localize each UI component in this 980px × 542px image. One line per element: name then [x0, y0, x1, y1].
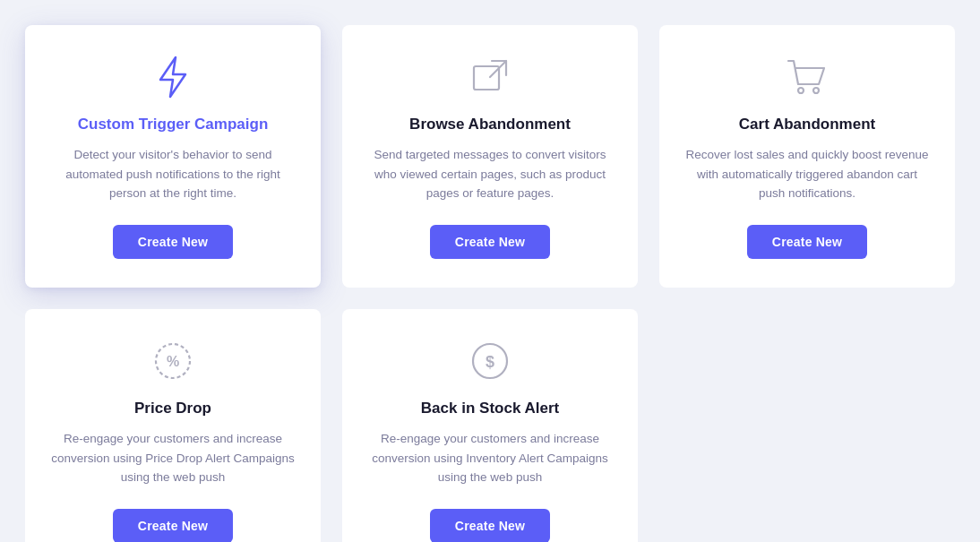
create-new-button[interactable]: Create New — [747, 225, 867, 259]
svg-rect-0 — [474, 66, 499, 90]
card-title: Custom Trigger Campaign — [78, 115, 269, 134]
card-title: Cart Abandonment — [739, 115, 875, 134]
card-title: Back in Stock Alert — [421, 399, 559, 418]
svg-text:$: $ — [486, 353, 494, 371]
card-browse-abandonment: Browse AbandonmentSend targeted messages… — [342, 25, 638, 288]
cart-icon — [787, 54, 828, 100]
svg-point-1 — [798, 88, 804, 93]
create-new-button[interactable]: Create New — [430, 509, 550, 542]
create-new-button[interactable]: Create New — [113, 509, 233, 542]
percent-icon: % — [153, 338, 193, 384]
create-new-button[interactable]: Create New — [430, 225, 550, 259]
card-custom-trigger: Custom Trigger CampaignDetect your visit… — [25, 25, 321, 288]
lightning-icon — [157, 54, 189, 100]
card-title: Price Drop — [134, 399, 211, 418]
svg-text:%: % — [167, 354, 179, 369]
card-empty — [659, 309, 955, 542]
card-back-in-stock: $ Back in Stock AlertRe-engage your cust… — [342, 309, 638, 542]
svg-point-2 — [813, 88, 819, 93]
card-price-drop: % Price DropRe-engage your customers and… — [25, 309, 321, 542]
card-description: Re-engage your customers and increase co… — [50, 429, 296, 487]
card-title: Browse Abandonment — [409, 115, 571, 134]
card-description: Detect your visitor's behavior to send a… — [50, 145, 296, 203]
external-link-icon — [470, 54, 510, 100]
card-description: Send targeted messages to convert visito… — [367, 145, 613, 203]
card-cart-abandonment: Cart AbandonmentRecover lost sales and q… — [659, 25, 955, 288]
campaign-grid: Custom Trigger CampaignDetect your visit… — [0, 0, 980, 542]
dollar-icon: $ — [470, 338, 510, 384]
create-new-button[interactable]: Create New — [113, 225, 233, 259]
card-description: Recover lost sales and quickly boost rev… — [684, 145, 930, 203]
card-description: Re-engage your customers and increase co… — [367, 429, 613, 487]
